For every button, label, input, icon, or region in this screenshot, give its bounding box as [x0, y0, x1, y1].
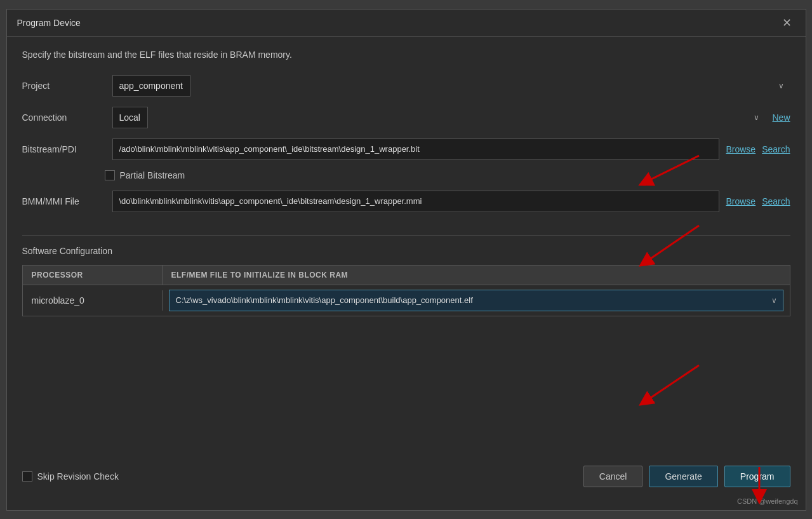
software-config-title: Software Configuration — [22, 246, 790, 256]
new-connection-button[interactable]: New — [772, 112, 790, 123]
connection-select-wrapper: Local — [112, 107, 766, 128]
bitstream-input[interactable]: /ado\blink\mblink\mblink\vitis\app_compo… — [112, 138, 720, 160]
form-section: Project app_component Connection Local N… — [22, 75, 790, 212]
project-row: Project app_component — [22, 75, 790, 97]
processor-name: microblaze_0 — [32, 295, 84, 306]
partial-bitstream-label: Partial Bitstream — [120, 170, 185, 180]
bmm-label: BMM/MMI File — [22, 196, 105, 206]
bitstream-browse-button[interactable]: Browse — [726, 144, 755, 154]
generate-button[interactable]: Generate — [649, 466, 717, 487]
connection-control: Local New — [112, 107, 790, 128]
elf-cell: C:\z\ws_vivado\blink\mblink\mblink\vitis… — [163, 286, 790, 315]
skip-revision-label: Skip Revision Check — [37, 471, 119, 482]
section-divider — [22, 235, 790, 236]
processor-column-header: PROCESSOR — [23, 266, 163, 285]
partial-bitstream-checkbox[interactable] — [105, 170, 115, 180]
bmm-control: \do\blink\mblink\mblink\vitis\app_compon… — [112, 191, 790, 212]
software-config-table: PROCESSOR ELF/MEM FILE TO INITIALIZE IN … — [22, 265, 790, 316]
table-header: PROCESSOR ELF/MEM FILE TO INITIALIZE IN … — [23, 266, 790, 285]
bitstream-label: Bitstream/PDI — [22, 144, 105, 154]
cancel-button[interactable]: Cancel — [583, 466, 643, 487]
description-text: Specify the bitstream and the ELF files … — [22, 50, 790, 60]
connection-select[interactable]: Local — [112, 107, 148, 128]
connection-row: Connection Local New — [22, 107, 790, 128]
program-button[interactable]: Program — [724, 466, 790, 487]
connection-label: Connection — [22, 112, 105, 123]
bitstream-search-button[interactable]: Search — [762, 144, 790, 154]
processor-cell: microblaze_0 — [23, 290, 163, 311]
watermark: CSDN @weifengdq — [737, 497, 798, 505]
bmm-input[interactable]: \do\blink\mblink\mblink\vitis\app_compon… — [112, 191, 720, 212]
project-select-wrapper: app_component — [112, 75, 790, 97]
bitstream-control: /ado\blink\mblink\mblink\vitis\app_compo… — [112, 138, 790, 160]
bmm-browse-button[interactable]: Browse — [726, 196, 755, 206]
elf-select[interactable]: C:\z\ws_vivado\blink\mblink\mblink\vitis… — [169, 290, 783, 311]
skip-revision-area: Skip Revision Check — [22, 471, 119, 482]
table-row: microblaze_0 C:\z\ws_vivado\blink\mblink… — [23, 285, 790, 316]
program-device-dialog: Program Device ✕ Specify the bitstream a… — [6, 9, 806, 511]
partial-bitstream-row: Partial Bitstream — [105, 170, 790, 180]
project-control: app_component — [112, 75, 790, 97]
project-label: Project — [22, 81, 105, 91]
bmm-search-button[interactable]: Search — [762, 196, 790, 206]
skip-revision-checkbox[interactable] — [22, 471, 32, 482]
close-button[interactable]: ✕ — [778, 16, 795, 30]
elf-column-header: ELF/MEM FILE TO INITIALIZE IN BLOCK RAM — [163, 266, 790, 285]
project-select[interactable]: app_component — [112, 75, 190, 97]
bmm-row: BMM/MMI File \do\blink\mblink\mblink\vit… — [22, 191, 790, 212]
dialog-title: Program Device — [17, 18, 81, 28]
title-bar: Program Device ✕ — [7, 10, 806, 37]
bottom-section: Skip Revision Check Cancel Generate Prog… — [22, 459, 790, 497]
bitstream-row: Bitstream/PDI /ado\blink\mblink\mblink\v… — [22, 138, 790, 160]
button-area: Cancel Generate Program — [583, 466, 790, 487]
software-config-section: Software Configuration PROCESSOR ELF/MEM… — [22, 246, 790, 329]
elf-select-wrapper: C:\z\ws_vivado\blink\mblink\mblink\vitis… — [169, 290, 783, 311]
dialog-body: Specify the bitstream and the ELF files … — [7, 37, 806, 510]
